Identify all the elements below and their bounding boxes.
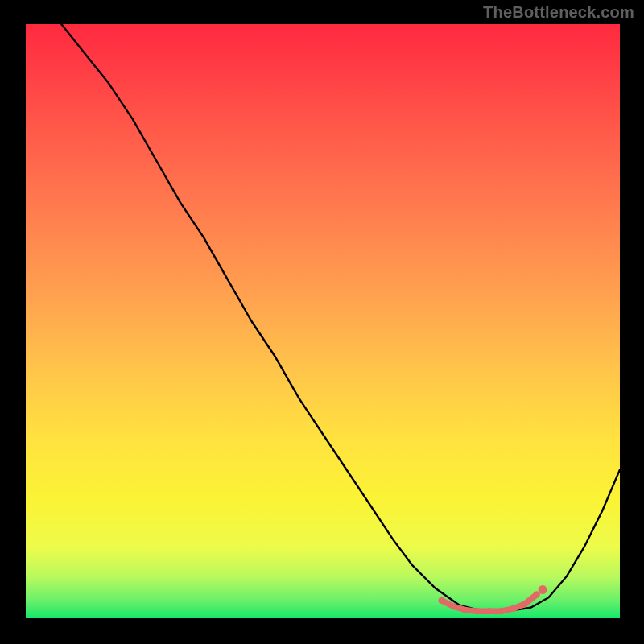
optimal-zone-markers — [439, 591, 540, 614]
optimal-marker-dot — [510, 605, 516, 612]
end-dot-marker — [539, 585, 547, 594]
optimal-marker-dot — [497, 608, 504, 614]
optimal-marker-dot — [534, 591, 540, 597]
plot-area — [26, 24, 620, 618]
bottleneck-curve — [61, 24, 620, 611]
chart-frame: TheBottleneck.com — [0, 0, 644, 644]
watermark-text: TheBottleneck.com — [483, 3, 634, 22]
optimal-marker-dot — [522, 601, 528, 607]
optimal-marker-dot — [474, 608, 481, 614]
optimal-marker-dot — [450, 603, 456, 609]
optimal-marker-dot — [439, 597, 445, 604]
optimal-marker-dot — [486, 608, 493, 614]
optimal-marker-dot — [462, 607, 469, 613]
plot-svg — [26, 24, 620, 618]
